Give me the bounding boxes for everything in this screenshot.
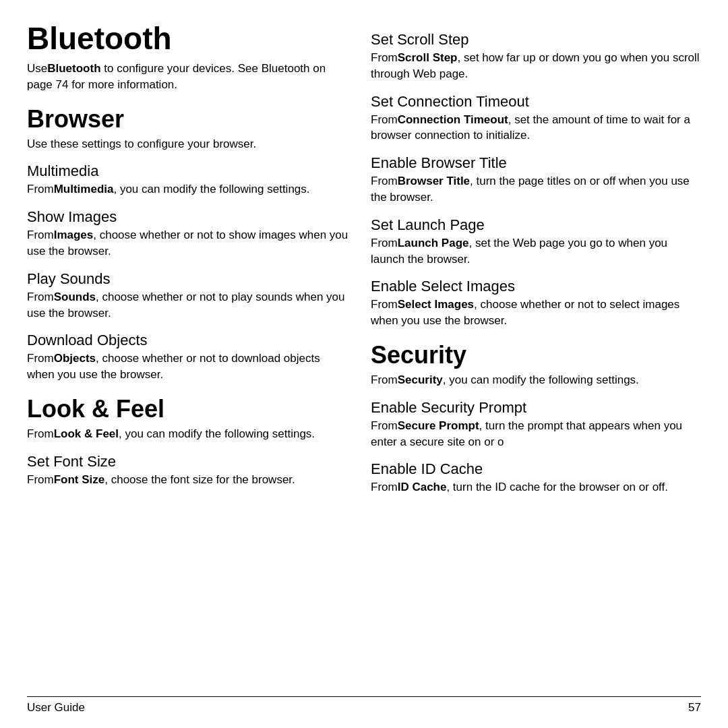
set-launch-page-description: FromLaunch Page, set the Web page you go… xyxy=(371,235,701,268)
set-font-size-title: Set Font Size xyxy=(27,453,351,471)
look-feel-pre: From xyxy=(27,427,54,440)
secprompt-bold: Secure Prompt xyxy=(398,419,479,432)
idcache-pre: From xyxy=(371,481,398,493)
bluetooth-desc-pre: Use xyxy=(27,62,47,75)
page: Bluetooth UseBluetooth to configure your… xyxy=(0,0,728,728)
enable-select-images-description: FromSelect Images, choose whether or not… xyxy=(371,297,701,329)
download-objects-bold: Objects xyxy=(54,352,96,365)
bluetooth-description: UseBluetooth to configure your devices. … xyxy=(27,61,351,93)
set-font-size-description: FromFont Size, choose the font size for … xyxy=(27,472,351,488)
multimedia-description: FromMultimedia, you can modify the follo… xyxy=(27,181,351,198)
set-connection-timeout-title: Set Connection Timeout xyxy=(371,93,701,111)
footer-left: User Guide xyxy=(27,701,85,715)
multimedia-desc-post: , you can modify the following settings. xyxy=(113,183,309,195)
look-feel-description: FromLook & Feel, you can modify the foll… xyxy=(27,426,351,442)
security-description: FromSecurity, you can modify the followi… xyxy=(371,372,701,388)
idcache-bold: ID Cache xyxy=(398,481,447,493)
multimedia-desc-bold: Multimedia xyxy=(54,183,114,195)
set-font-size-bold: Font Size xyxy=(54,473,105,486)
security-title: Security xyxy=(371,341,701,369)
security-post: , you can modify the following settings. xyxy=(443,373,639,386)
page-footer: User Guide 57 xyxy=(27,696,701,715)
download-objects-title: Download Objects xyxy=(27,332,351,349)
look-feel-post: , you can modify the following settings. xyxy=(119,427,315,440)
show-images-bold: Images xyxy=(54,229,94,241)
selimg-bold: Select Images xyxy=(398,298,474,311)
brtitle-pre: From xyxy=(371,175,398,187)
footer-right: 57 xyxy=(688,701,701,715)
set-scroll-step-description: FromScroll Step, set how far up or down … xyxy=(371,50,701,82)
bluetooth-desc-bold: Bluetooth xyxy=(47,62,100,75)
security-pre: From xyxy=(371,373,398,386)
left-column: Bluetooth UseBluetooth to configure your… xyxy=(27,20,364,497)
launch-pre: From xyxy=(371,237,398,249)
browser-description: Use these settings to configure your bro… xyxy=(27,136,351,152)
browser-title: Browser xyxy=(27,105,351,133)
security-bold: Security xyxy=(398,373,443,386)
scroll-pre: From xyxy=(371,51,398,64)
conn-bold: Connection Timeout xyxy=(398,113,508,126)
enable-select-images-title: Enable Select Images xyxy=(371,278,701,295)
look-feel-bold: Look & Feel xyxy=(54,427,119,440)
multimedia-title: Multimedia xyxy=(27,162,351,180)
idcache-post: , turn the ID cache for the browser on o… xyxy=(446,481,668,493)
play-sounds-bold: Sounds xyxy=(54,291,96,303)
enable-browser-title-description: FromBrowser Title, turn the page titles … xyxy=(371,173,701,206)
show-images-description: FromImages, choose whether or not to sho… xyxy=(27,227,351,260)
brtitle-bold: Browser Title xyxy=(398,175,470,187)
multimedia-desc-pre: From xyxy=(27,183,54,195)
scroll-bold: Scroll Step xyxy=(398,51,458,64)
right-column: Set Scroll Step FromScroll Step, set how… xyxy=(364,20,701,497)
play-sounds-pre: From xyxy=(27,291,54,303)
secprompt-pre: From xyxy=(371,419,398,432)
set-connection-timeout-description: FromConnection Timeout, set the amount o… xyxy=(371,112,701,144)
set-font-size-pre: From xyxy=(27,473,54,486)
enable-security-prompt-title: Enable Security Prompt xyxy=(371,399,701,417)
conn-pre: From xyxy=(371,113,398,126)
bluetooth-title: Bluetooth xyxy=(27,20,351,57)
enable-browser-title-title: Enable Browser Title xyxy=(371,154,701,172)
enable-id-cache-description: FromID Cache, turn the ID cache for the … xyxy=(371,479,701,495)
selimg-pre: From xyxy=(371,298,398,311)
play-sounds-title: Play Sounds xyxy=(27,270,351,288)
show-images-title: Show Images xyxy=(27,208,351,226)
enable-id-cache-title: Enable ID Cache xyxy=(371,460,701,478)
enable-security-prompt-description: FromSecure Prompt, turn the prompt that … xyxy=(371,418,701,450)
set-launch-page-title: Set Launch Page xyxy=(371,216,701,234)
show-images-pre: From xyxy=(27,229,54,241)
look-feel-title: Look & Feel xyxy=(27,395,351,423)
set-scroll-step-title: Set Scroll Step xyxy=(371,31,701,49)
download-objects-pre: From xyxy=(27,352,54,365)
play-sounds-description: FromSounds, choose whether or not to pla… xyxy=(27,289,351,322)
main-content: Bluetooth UseBluetooth to configure your… xyxy=(27,20,701,497)
launch-bold: Launch Page xyxy=(398,237,469,249)
download-objects-description: FromObjects, choose whether or not to do… xyxy=(27,351,351,383)
set-font-size-post: , choose the font size for the browser. xyxy=(104,473,295,486)
